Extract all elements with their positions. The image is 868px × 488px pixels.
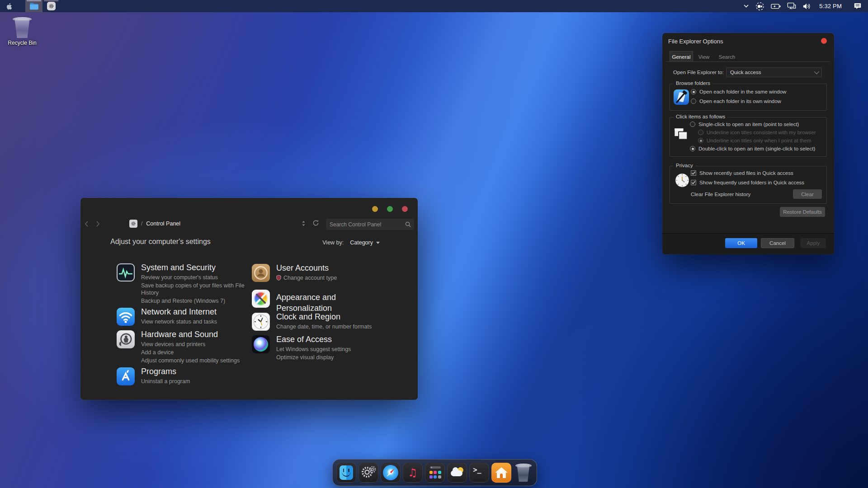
category-title[interactable]: Programs bbox=[141, 366, 248, 377]
volume-icon[interactable] bbox=[802, 3, 811, 10]
category-title[interactable]: Ease of Access bbox=[276, 334, 389, 345]
control-panel-window: / Control Panel Adjust your computer's s… bbox=[80, 198, 418, 400]
apple-menu[interactable] bbox=[0, 2, 17, 10]
radio-underline-browser[interactable]: Underline icon titles consistent with my… bbox=[698, 130, 816, 135]
browse-folders-group: Browse folders Open each folder in the s… bbox=[670, 84, 827, 111]
apply-button[interactable]: Apply bbox=[801, 238, 826, 248]
dock-item-music[interactable]: ♫ bbox=[403, 463, 423, 483]
maximize-button[interactable] bbox=[387, 206, 393, 212]
category-hardware-sound: Hardware and Sound View devices and prin… bbox=[117, 329, 248, 364]
category-title[interactable]: Hardware and Sound bbox=[141, 329, 248, 340]
restore-defaults-button[interactable]: Restore Defaults bbox=[780, 207, 825, 217]
radio-underline-point[interactable]: Underline icon titles only when I point … bbox=[698, 138, 811, 143]
dialog-close-button[interactable] bbox=[821, 38, 827, 44]
category-link[interactable]: Add a device bbox=[141, 349, 248, 357]
back-button[interactable] bbox=[80, 221, 92, 227]
category-link-shielded[interactable]: Change account type bbox=[276, 274, 389, 282]
checkbox-icon[interactable] bbox=[691, 180, 696, 185]
category-title[interactable]: User Accounts bbox=[276, 263, 389, 273]
category-title[interactable]: System and Security bbox=[141, 262, 248, 273]
network-internet-icon[interactable] bbox=[117, 308, 135, 326]
radio-icon[interactable] bbox=[698, 138, 703, 143]
network-icon[interactable] bbox=[787, 2, 796, 10]
dock-item-terminal[interactable]: >_ bbox=[469, 463, 489, 483]
category-link[interactable]: Adjust commonly used mobility settings bbox=[141, 357, 248, 365]
recycle-bin[interactable]: Recycle Bin bbox=[5, 17, 40, 46]
radio-icon[interactable] bbox=[698, 130, 703, 135]
minimize-button[interactable] bbox=[372, 206, 378, 212]
dock-item-weather[interactable] bbox=[447, 463, 467, 483]
category-user-accounts: User Accounts Change account type bbox=[252, 263, 389, 282]
tab-general[interactable]: General bbox=[670, 51, 693, 62]
tab-view[interactable]: View bbox=[694, 52, 714, 62]
category-link[interactable]: View network status and tasks bbox=[141, 318, 248, 326]
refresh-icon[interactable] bbox=[312, 220, 319, 226]
system-security-icon[interactable] bbox=[117, 263, 135, 282]
clock-time[interactable]: 5:32 PM bbox=[817, 3, 844, 9]
category-link[interactable]: Review your computer's status bbox=[141, 274, 248, 282]
radio-double-click[interactable]: Double-click to open an item (single-cli… bbox=[690, 146, 815, 151]
category-link[interactable]: View devices and printers bbox=[141, 341, 248, 348]
category-link[interactable]: Change date, time, or number formats bbox=[276, 323, 389, 331]
taskbar-item-file-explorer[interactable] bbox=[25, 0, 42, 12]
breadcrumb[interactable]: Control Panel bbox=[146, 221, 180, 227]
clock-region-icon[interactable] bbox=[252, 313, 270, 331]
view-by-control: View by: Category bbox=[322, 239, 380, 246]
taskbar-item-control-panel[interactable] bbox=[42, 0, 60, 12]
category-title[interactable]: Network and Internet bbox=[141, 306, 248, 317]
radio-icon[interactable] bbox=[691, 89, 696, 94]
launchpad-grid-icon bbox=[429, 471, 441, 479]
action-center-icon[interactable] bbox=[854, 2, 862, 10]
desktop: 5:32 PM Recycle Bin / Control bbox=[0, 0, 868, 488]
category-link[interactable]: Uninstall a program bbox=[141, 378, 248, 385]
search-input[interactable] bbox=[326, 221, 405, 228]
forward-button[interactable] bbox=[92, 221, 104, 227]
appearance-personalization-icon[interactable] bbox=[252, 290, 270, 308]
close-button[interactable] bbox=[402, 206, 408, 212]
radio-open-own-window[interactable]: Open each folder in its own window bbox=[691, 99, 781, 104]
dock-item-finder[interactable] bbox=[336, 463, 356, 483]
radio-icon[interactable] bbox=[690, 122, 695, 127]
uac-shield-icon bbox=[276, 275, 281, 281]
dock-item-home[interactable] bbox=[491, 463, 511, 483]
ease-of-access-icon[interactable] bbox=[252, 335, 270, 353]
category-title[interactable]: Appearance and Personalization bbox=[276, 292, 389, 314]
breadcrumb-separator: / bbox=[141, 221, 142, 227]
address-dropdown-icon[interactable] bbox=[302, 221, 306, 226]
hidden-icons-chevron-icon[interactable] bbox=[743, 4, 749, 8]
dock-item-trash[interactable] bbox=[514, 463, 533, 483]
category-link[interactable]: Backup and Restore (Windows 7) bbox=[141, 297, 248, 305]
click-items-icon bbox=[673, 126, 690, 142]
category-link[interactable]: Optimize visual display bbox=[276, 354, 389, 361]
category-clock-region: Clock and Region Change date, time, or n… bbox=[252, 311, 389, 331]
category-link[interactable]: Let Windows suggest settings bbox=[276, 346, 389, 353]
battery-icon[interactable] bbox=[771, 3, 781, 9]
search-icon[interactable] bbox=[405, 221, 411, 227]
terminal-prompt-icon: >_ bbox=[473, 466, 481, 474]
radio-icon[interactable] bbox=[690, 146, 695, 151]
dock-item-launchpad[interactable] bbox=[425, 463, 445, 483]
radio-icon[interactable] bbox=[691, 99, 696, 104]
view-by-dropdown[interactable]: Category bbox=[350, 239, 380, 246]
hardware-sound-icon[interactable] bbox=[117, 330, 135, 348]
checkbox-show-recent[interactable]: Show recently used files in Quick access bbox=[691, 170, 793, 176]
tab-search[interactable]: Search bbox=[715, 52, 739, 62]
user-accounts-icon[interactable] bbox=[252, 264, 270, 282]
checkbox-show-frequent[interactable]: Show frequently used folders in Quick ac… bbox=[691, 180, 804, 185]
ok-button[interactable]: OK bbox=[725, 238, 757, 248]
meet-now-icon[interactable] bbox=[755, 2, 764, 11]
category-title[interactable]: Clock and Region bbox=[276, 311, 389, 322]
checkbox-icon[interactable] bbox=[691, 170, 696, 176]
file-explorer-options-dialog: File Explorer Options General View Searc… bbox=[662, 33, 834, 254]
programs-icon[interactable] bbox=[117, 367, 135, 385]
dialog-title: File Explorer Options bbox=[668, 38, 723, 45]
dock-item-safari[interactable] bbox=[381, 463, 401, 483]
active-indicator bbox=[27, 0, 41, 1]
dock-item-system-preferences[interactable] bbox=[359, 463, 378, 483]
radio-open-same-window[interactable]: Open each folder in the same window bbox=[691, 89, 786, 94]
radio-single-click[interactable]: Single-click to open an item (point to s… bbox=[690, 122, 799, 127]
category-link[interactable]: Save backup copies of your files with Fi… bbox=[141, 282, 248, 297]
clear-button[interactable]: Clear bbox=[793, 189, 822, 199]
cancel-button[interactable]: Cancel bbox=[761, 238, 794, 248]
open-to-dropdown[interactable]: Quick access bbox=[726, 67, 822, 77]
